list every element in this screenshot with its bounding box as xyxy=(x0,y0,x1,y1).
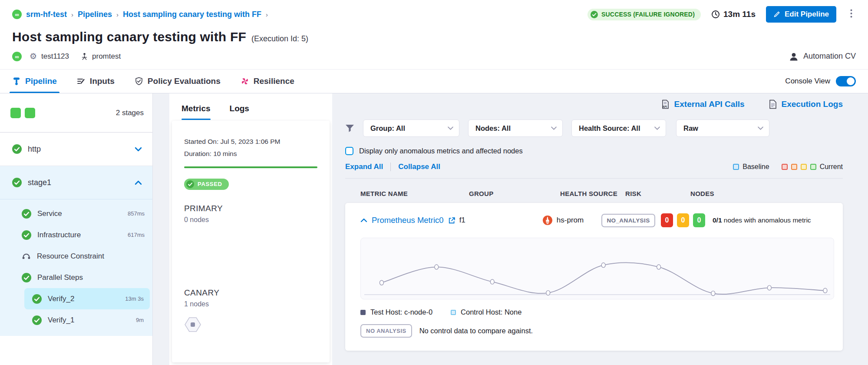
group-filter-dropdown[interactable]: Group: All xyxy=(363,119,459,137)
expand-all-link[interactable]: Expand All xyxy=(345,163,383,171)
pipeline-execution-page: ∞ srm-hf-test › Pipelines › Host samplin… xyxy=(0,0,868,365)
log-document-icon xyxy=(769,100,777,109)
edit-pipeline-label: Edit Pipeline xyxy=(785,10,829,19)
test-host-label: Test Host: c-node-0 xyxy=(370,308,432,316)
avatar-icon xyxy=(789,52,799,61)
anomalous-only-checkbox[interactable] xyxy=(345,147,353,155)
stage-item-stage1[interactable]: stage1 xyxy=(0,166,152,199)
resilience-pinwheel-icon xyxy=(241,77,249,86)
console-view-toggle[interactable] xyxy=(836,76,856,86)
console-view-label: Console View xyxy=(785,77,830,86)
amber-node-count-chip: 0 xyxy=(677,213,689,227)
svg-text:∞: ∞ xyxy=(15,11,19,18)
execution-id: (Execution Id: 5) xyxy=(251,34,308,43)
tab-inputs[interactable]: Inputs xyxy=(77,70,115,93)
baseline-legend-swatch xyxy=(733,164,739,170)
check-circle-icon xyxy=(591,11,598,18)
metric-row: Prometheus Metric0 f1 hs-prom NO_ANALYSI… xyxy=(360,213,834,227)
nodes-filter-dropdown[interactable]: Nodes: All xyxy=(468,119,563,137)
chevron-down-icon xyxy=(551,126,557,130)
health-source-filter-dropdown[interactable]: Health Source: All xyxy=(571,119,666,137)
step-item-parallel-steps[interactable]: Parallel Steps xyxy=(0,267,152,288)
breadcrumb-pipelines[interactable]: Pipelines xyxy=(78,10,112,19)
baseline-current-legend: Baseline Current xyxy=(733,163,843,171)
canary-node-hexagon[interactable] xyxy=(184,317,317,334)
primary-node-count: 0 nodes xyxy=(184,216,317,224)
external-api-calls-link[interactable]: API External API Calls xyxy=(661,100,745,109)
edit-pipeline-button[interactable]: Edit Pipeline xyxy=(766,6,836,23)
triggered-by-user: Automation CV xyxy=(789,52,856,61)
health-source-value: hs-prom xyxy=(557,216,584,225)
pipeline-status-icon-group: ∞ xyxy=(12,52,22,61)
nodes-ratio: 0/1 xyxy=(713,216,722,224)
step-item-infrastructure[interactable]: Infrastructure 617ms xyxy=(0,224,152,246)
more-options-menu[interactable] xyxy=(847,7,856,21)
tab-resilience-label: Resilience xyxy=(254,76,294,86)
execution-logs-link[interactable]: Execution Logs xyxy=(769,100,843,109)
breadcrumb-pipeline-name[interactable]: Host sampling canary testing with FF xyxy=(123,10,261,19)
chevron-up-icon[interactable] xyxy=(360,218,367,222)
tab-metrics[interactable]: Metrics xyxy=(182,104,211,120)
test-host-legend-item: Test Host: c-node-0 xyxy=(360,308,432,316)
step-item-verify-1[interactable]: Verify_1 9m xyxy=(24,309,150,331)
tab-logs[interactable]: Logs xyxy=(230,104,249,120)
check-circle-icon xyxy=(186,180,194,188)
data-type-dropdown[interactable]: Raw xyxy=(676,119,769,137)
stage1-steps: Service 857ms Infrastructure 617ms Resou… xyxy=(0,199,152,336)
breadcrumb-project[interactable]: srm-hf-test xyxy=(26,10,67,19)
link-divider xyxy=(390,163,391,171)
tab-pipeline[interactable]: Pipeline xyxy=(12,70,57,93)
status-badge-label: SUCCESS (FAILURE IGNORED) xyxy=(601,11,695,18)
current-red-swatch xyxy=(782,164,788,170)
passed-badge: PASSED xyxy=(184,179,229,190)
environment-tag: promtest xyxy=(81,52,121,61)
stage-status-square xyxy=(25,108,35,118)
tab-inputs-label: Inputs xyxy=(90,76,115,86)
control-host-legend-item: Control Host: None xyxy=(451,308,521,316)
passed-badge-label: PASSED xyxy=(198,181,222,187)
user-name: Automation CV xyxy=(803,52,856,61)
environment-tag-label: promtest xyxy=(92,52,121,61)
success-check-icon xyxy=(12,178,22,187)
chevron-down-icon[interactable] xyxy=(135,147,142,152)
tab-policy-evaluations[interactable]: Policy Evaluations xyxy=(135,70,221,93)
step-item-resource-constraint[interactable]: Resource Constraint xyxy=(0,246,152,267)
service-tag: ⚙ test1123 xyxy=(30,51,69,61)
main-content: 2 stages http stage1 Service 857ms xyxy=(0,93,868,365)
execution-logs-label: Execution Logs xyxy=(782,100,843,109)
svg-text:API: API xyxy=(662,105,667,108)
current-yellow-swatch xyxy=(801,164,807,170)
step-duration: 857ms xyxy=(128,210,145,217)
clock-icon xyxy=(711,10,720,19)
chevron-up-icon[interactable] xyxy=(135,180,142,185)
step-item-verify-2[interactable]: Verify_2 13m 3s xyxy=(24,288,150,309)
canary-node-count: 1 nodes xyxy=(184,300,317,308)
metric-name-link[interactable]: Prometheus Metric0 xyxy=(372,216,444,225)
anomalous-only-label: Display only anomalous metrics and affec… xyxy=(359,147,523,155)
external-api-calls-label: External API Calls xyxy=(674,100,745,109)
tab-resilience[interactable]: Resilience xyxy=(241,70,294,93)
stage-item-http[interactable]: http xyxy=(0,133,152,166)
toggle-knob xyxy=(847,77,855,85)
no-analysis-message: No control data to compare against. xyxy=(419,327,533,335)
current-orange-swatch xyxy=(791,164,797,170)
current-legend-label: Current xyxy=(820,163,843,171)
col-group: GROUP xyxy=(469,190,560,197)
data-type-value: Raw xyxy=(683,124,698,133)
collapse-all-link[interactable]: Collapse All xyxy=(398,163,440,171)
success-check-icon xyxy=(32,315,42,325)
metrics-table-header: METRIC NAME GROUP HEALTH SOURCE RISK NOD… xyxy=(345,190,843,197)
page-header: ∞ srm-hf-test › Pipelines › Host samplin… xyxy=(0,0,868,69)
risk-badge: NO_ANALYSIS xyxy=(601,214,655,227)
step-item-service[interactable]: Service 857ms xyxy=(0,203,152,224)
verification-summary-panel: Metrics Logs Started On: Jul 5, 2023 1:0… xyxy=(169,93,332,365)
environment-icon xyxy=(81,53,88,60)
external-link-icon[interactable] xyxy=(448,217,455,224)
api-document-icon: API xyxy=(661,100,670,109)
stage-summary: 2 stages xyxy=(0,93,152,133)
gear-icon: ⚙ xyxy=(30,51,37,61)
red-node-count-chip: 0 xyxy=(661,213,673,227)
breadcrumb-separator: › xyxy=(266,11,268,18)
host-legend: Test Host: c-node-0 Control Host: None xyxy=(360,308,834,316)
filter-funnel-icon[interactable] xyxy=(345,124,354,133)
